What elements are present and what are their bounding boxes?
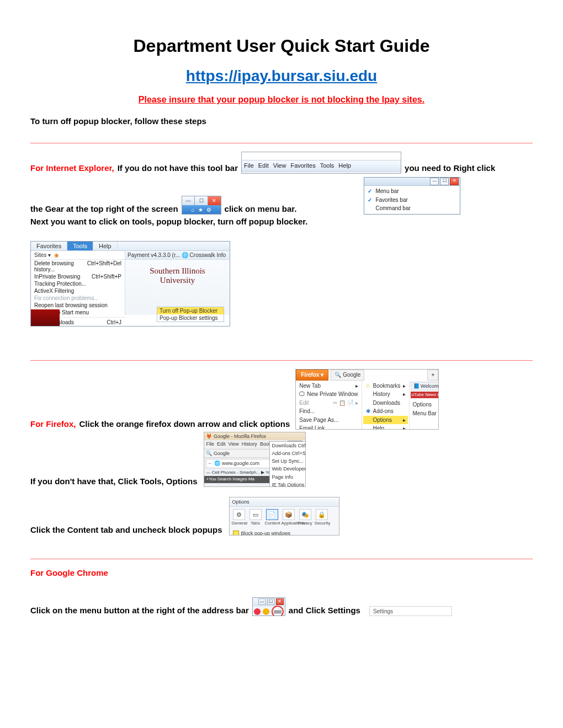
ff-tab-content[interactable]: 📄Content [265, 509, 279, 527]
ff-text-2: If you don't have that, Click Tools, Opt… [30, 476, 197, 487]
ff-options-side[interactable]: Options [411, 400, 439, 409]
firefox-button[interactable]: Firefox ▾ [296, 370, 328, 381]
ie-menu-edit[interactable]: Edit [258, 162, 269, 170]
tools-activex[interactable]: ActiveX Filtering [31, 287, 125, 295]
ie-text-2a: the Gear at the top right of the screen [30, 204, 178, 215]
tools-tracking[interactable]: Tracking Protection... [31, 280, 125, 287]
divider: ________________________________________… [30, 550, 533, 560]
tools-inprivate[interactable]: InPrivate BrowsingCtrl+Shift+P [31, 273, 125, 280]
tools-fix-conn: Fix connection problems... [31, 295, 125, 302]
ff-tab-security[interactable]: 🔒Security [315, 509, 329, 527]
ie-tab-tools[interactable]: Tools [67, 242, 93, 250]
ff-bookmarks[interactable]: ☆Bookmarks▸ [363, 382, 408, 390]
ie-text-2b: click on menu bar. [225, 204, 297, 215]
main-url-link[interactable]: https://ipay.bursar.siu.edu [186, 67, 377, 84]
ff-new-private[interactable]: 🖵New Private Window [297, 390, 360, 399]
block-popups-checkbox[interactable]: Block pop-up windows [230, 529, 339, 536]
ff-tab-tabs[interactable]: ▭Tabs [248, 509, 263, 527]
maximize-icon[interactable]: ☐ [440, 178, 449, 185]
tools-delete-history[interactable]: Delete browsing history...Ctrl+Shift+Del [31, 260, 125, 273]
ie-text-1b: you need to Right click [405, 163, 495, 174]
ff-edit[interactable]: Edit✂ 📋 📄 ▸ [297, 399, 360, 408]
ie-text-3: Next you want to click on tools, popup b… [30, 216, 533, 227]
ie-window-controls-screenshot: — ☐ ✕ ⌂ ★ ⚙ [182, 196, 221, 215]
minimize-icon[interactable]: — [258, 598, 266, 605]
ie-menu-favorites[interactable]: Favorites [290, 162, 315, 170]
ie-menu-help[interactable]: Help [338, 162, 351, 170]
ff-dd-pageinfo[interactable]: Page Info [270, 473, 306, 481]
sites-dropdown[interactable]: Sites ▾ [34, 252, 51, 258]
ff-tab-general[interactable]: ⚙General [232, 509, 246, 527]
red-band [31, 309, 60, 326]
ff-options[interactable]: Options▸ [363, 416, 408, 425]
ff-dd-addons[interactable]: Add-ons Ctrl+Shift+A [270, 449, 306, 457]
ie-menu-file[interactable]: File [244, 162, 254, 170]
divider: ________________________________________… [30, 352, 533, 361]
gear-icon[interactable]: ⚙ [206, 206, 211, 214]
ff-history[interactable]: History▸ [363, 390, 408, 399]
ff-menubar-side[interactable]: Menu Bar [411, 409, 439, 418]
ff-new-tab[interactable]: New Tab▸ [297, 382, 360, 390]
firefox-tools-screenshot: 🦊 Google - Mozilla Firefox File Edit Vie… [204, 432, 306, 487]
chrome-settings-screenshot: Settings [369, 606, 452, 616]
maximize-icon[interactable]: ☐ [195, 196, 208, 205]
home-icon[interactable]: ⌂ [192, 206, 195, 214]
ff-save-page[interactable]: Save Page As... [297, 416, 360, 425]
warning-text: Please insure that your popup blocker is… [30, 95, 533, 105]
ff-text-1: Click the orange firefox down arrow and … [79, 419, 290, 430]
turn-off-popup[interactable]: Turn off Pop-up Blocker [157, 307, 224, 314]
firefox-options-screenshot: Options ⚙General ▭Tabs 📄Content 📦Applica… [229, 497, 339, 536]
ff-addons[interactable]: ✱Add-ons [363, 407, 408, 416]
close-icon[interactable]: ✕ [208, 196, 221, 205]
feed-icon[interactable]: ◉ [54, 252, 59, 258]
popup-submenu: Turn off Pop-up Blocker Pop-up Blocker s… [157, 307, 224, 322]
close-icon[interactable]: ✕ [450, 178, 459, 185]
new-tab-button[interactable]: + [427, 370, 438, 381]
tools-popup-blocker[interactable]: Pop-up Blocker▸ [31, 326, 125, 326]
ff-email-link[interactable]: Email Link... [297, 424, 360, 430]
ff-help[interactable]: Help▸ [363, 424, 408, 430]
hamburger-menu-icon[interactable] [272, 606, 284, 616]
ff-find[interactable]: Find... [297, 407, 360, 416]
ff-downloads[interactable]: Downloads [363, 399, 408, 408]
ff-mb-history[interactable]: History [242, 441, 257, 448]
ff-dd-webdev[interactable]: Web Developer ▸ [270, 465, 306, 473]
ff-fb-tab[interactable]: 📘 Welcome to Faceb [411, 382, 439, 390]
popup-settings[interactable]: Pop-up Blocker settings [157, 314, 224, 322]
ctx-favorites-bar[interactable]: ✓Favorites bar [364, 196, 460, 205]
ie-tools-dropdown-screenshot: Favorites Tools Help Sites ▾ ◉ Delete br… [30, 241, 230, 326]
ie-menu-view[interactable]: View [273, 162, 286, 170]
ff-dd-sync[interactable]: Set Up Sync... [270, 457, 306, 465]
maximize-icon[interactable]: ☐ [267, 598, 275, 605]
ie-text-1a: If you do not have this tool bar [118, 163, 238, 174]
ff-mb-file[interactable]: File [206, 441, 214, 448]
ff-tab-privacy[interactable]: 🎭Privacy [298, 509, 312, 527]
page-title: Department User Quick Start Guide [30, 36, 533, 56]
red-dot-icon [254, 608, 261, 615]
ff-tab-applications[interactable]: 📦Applications [282, 509, 296, 527]
ff-mb-edit[interactable]: Edit [217, 441, 226, 448]
ie-tab-help[interactable]: Help [93, 242, 118, 250]
tools-reopen[interactable]: Reopen last browsing session [31, 302, 125, 309]
ff-label: For Firefox, [30, 419, 76, 430]
ff-red-nav: uTube News G [411, 392, 439, 399]
ie-menu-tools[interactable]: Tools [320, 162, 334, 170]
firefox-tab-google[interactable]: 🔍 Google [331, 370, 364, 381]
ff-dd-downloads[interactable]: Downloads Ctrl+J [270, 442, 306, 449]
ff-mb-view[interactable]: View [229, 441, 239, 448]
minimize-icon[interactable]: — [430, 178, 439, 185]
chrome-text-1a: Click on the menu button at the right of… [30, 605, 249, 616]
star-icon[interactable]: ★ [198, 206, 203, 214]
ff-window-title: 🦊 Google - Mozilla Firefox [204, 432, 305, 440]
ctx-command-bar[interactable]: Command bar [364, 204, 460, 213]
close-icon[interactable]: ✕ [276, 598, 284, 605]
minimize-icon[interactable]: — [182, 196, 195, 205]
ie-context-menu-screenshot: — ☐ ✕ ✓Menu bar ✓Favorites bar Command b… [364, 177, 460, 215]
ie-tab-favorites[interactable]: Favorites [31, 242, 67, 250]
ff-dd-ietab[interactable]: IE Tab Options [270, 481, 306, 487]
ctx-menu-bar[interactable]: ✓Menu bar [364, 187, 460, 196]
ff-text-3: Click the Content tab and uncheck block … [30, 524, 222, 536]
ie-right-bar: Payment v4.3.3.0 (r... 🌐 Crosswalk Info [125, 251, 230, 260]
chrome-settings-item[interactable]: Settings [373, 608, 393, 615]
firefox-menu-screenshot: Firefox ▾ 🔍 Google + New Tab▸ 🖵New Priva… [295, 369, 439, 430]
